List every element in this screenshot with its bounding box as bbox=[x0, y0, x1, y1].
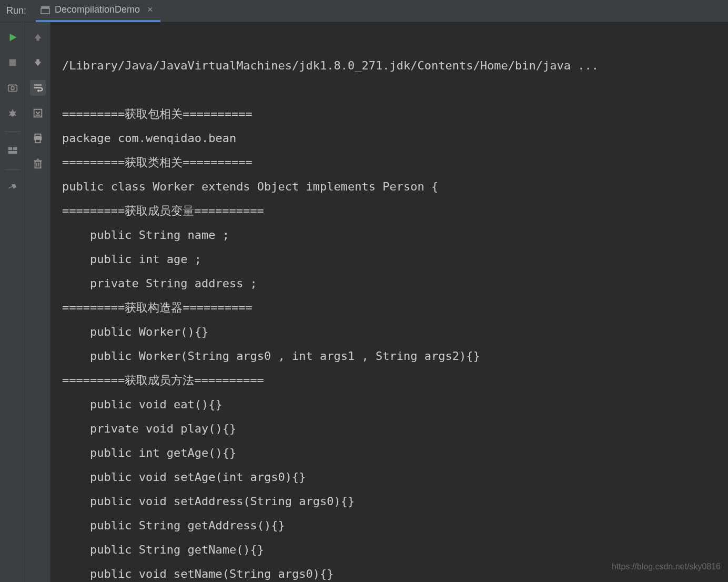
svg-rect-1 bbox=[41, 8, 49, 14]
rerun-button[interactable] bbox=[5, 29, 21, 45]
run-tool-header: Run: DecompilationDemo × bbox=[0, 0, 728, 22]
debug-button[interactable] bbox=[5, 105, 21, 121]
dump-threads-button[interactable] bbox=[5, 80, 21, 96]
svg-line-8 bbox=[14, 112, 16, 113]
svg-rect-16 bbox=[35, 134, 41, 137]
svg-line-10 bbox=[14, 115, 16, 116]
run-toolbar-primary bbox=[0, 22, 25, 582]
svg-rect-19 bbox=[35, 161, 41, 168]
svg-line-7 bbox=[9, 112, 11, 113]
svg-rect-11 bbox=[8, 147, 12, 150]
svg-line-9 bbox=[9, 115, 11, 116]
stop-button[interactable] bbox=[5, 55, 21, 71]
separator bbox=[5, 169, 21, 169]
svg-rect-13 bbox=[8, 151, 17, 154]
clear-all-button[interactable] bbox=[30, 156, 46, 172]
svg-rect-12 bbox=[13, 147, 16, 150]
down-stack-button[interactable] bbox=[30, 55, 46, 71]
scroll-to-end-button[interactable] bbox=[30, 105, 46, 121]
run-toolbar-secondary bbox=[25, 22, 50, 582]
application-icon bbox=[40, 5, 50, 15]
run-label: Run: bbox=[6, 5, 26, 16]
svg-rect-3 bbox=[8, 85, 17, 92]
svg-rect-0 bbox=[41, 6, 49, 8]
command-line: /Library/Java/JavaVirtualMachines/jdk1.8… bbox=[62, 59, 599, 72]
svg-rect-18 bbox=[35, 139, 40, 143]
close-icon[interactable]: × bbox=[147, 4, 153, 15]
print-button[interactable] bbox=[30, 131, 46, 146]
watermark: https://blog.csdn.net/sky0816 bbox=[612, 555, 721, 579]
layout-button[interactable] bbox=[5, 143, 21, 158]
svg-point-4 bbox=[11, 86, 14, 89]
tab-title: DecompilationDemo bbox=[55, 4, 140, 15]
pin-button[interactable] bbox=[5, 180, 21, 196]
console-output[interactable]: /Library/Java/JavaVirtualMachines/jdk1.8… bbox=[50, 22, 728, 582]
console-lines: =========获取包相关========== package com.wen… bbox=[62, 107, 480, 580]
up-stack-button[interactable] bbox=[30, 29, 46, 45]
run-tab[interactable]: DecompilationDemo × bbox=[36, 0, 160, 22]
separator bbox=[5, 132, 21, 132]
svg-point-5 bbox=[10, 111, 15, 116]
svg-rect-2 bbox=[9, 59, 16, 66]
soft-wrap-button[interactable] bbox=[30, 80, 46, 96]
